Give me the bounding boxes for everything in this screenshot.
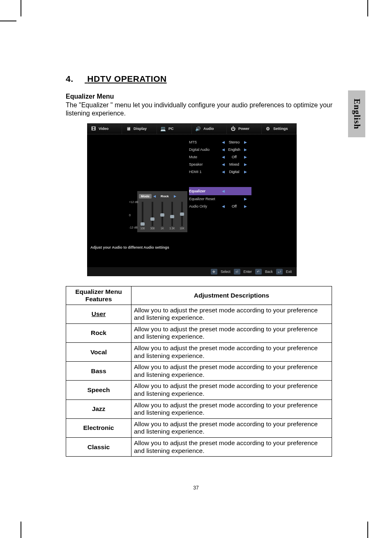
arrow-right-icon[interactable]: ▶ [243,204,247,208]
osd-menu-item[interactable]: Mute◀Off▶ [189,153,288,161]
osd-menu-item[interactable]: Digital Audio◀English▶ [189,146,288,153]
arrow-left-icon[interactable]: ◀ [221,170,225,174]
arrow-left-icon[interactable]: ◀ [221,162,225,166]
arrow-right-icon[interactable]: ▶ [243,170,247,174]
arrow-right-icon[interactable]: ▶ [243,155,247,159]
slider-thumb[interactable] [160,213,164,217]
osd-menu-label: HDMI 1 [189,170,221,174]
display-icon: 🖥 [125,125,132,132]
osd-menu-value: Stereo [225,140,243,144]
crop-mark [21,522,21,538]
eq-freq-label: 10K [180,227,184,230]
osd-tab-video[interactable]: 🎞Video [87,123,122,134]
table-row: SpeechAllow you to adjust the preset mod… [66,381,332,399]
feature-description: Allow you to adjust the preset mode acco… [131,381,332,399]
arrow-left-icon[interactable]: ◀ [221,148,225,152]
nav-enter: Enter [244,270,252,274]
osd-menu-item[interactable]: MTS◀Stereo▶ [189,139,288,146]
osd-nav-bar: ✥ Select ⏎ Enter ↶ Back ⮐ Exit [87,267,297,276]
arrow-left-icon[interactable]: ◀ [221,155,225,159]
arrow-right-icon[interactable]: ▶ [243,148,247,152]
osd-tab-settings[interactable]: ⚙Settings [262,123,297,134]
osd-menu-label: Digital Audio [189,148,221,152]
arrow-left-icon[interactable]: ◀ [221,204,225,208]
eq-mode-value: Rock [157,194,172,198]
feature-description: Allow you to adjust the preset mode acco… [131,343,332,362]
feature-name: Classic [66,437,131,456]
feature-name: Jazz [66,399,131,418]
slider-thumb[interactable] [150,217,154,221]
eq-mode-row[interactable]: Mode ◀ Rock ▶ [139,193,186,199]
feature-description: Allow you to adjust the preset mode acco… [131,418,332,437]
eq-slider[interactable]: 300 [150,201,155,230]
language-label: English [352,99,362,129]
nav-select: Select [221,270,231,274]
eq-axis-mid: 0 [129,214,131,217]
feature-name: User [66,305,131,323]
crop-mark [21,0,21,16]
slider-track [161,202,163,226]
osd-hint: Adjust your Audio to different Audio set… [90,245,169,249]
eq-axis-top: +12 dB [129,201,138,203]
intro-text: The "Equalizer " menu let you individual… [66,101,333,118]
osd-tab-audio[interactable]: 🔊Audio [192,123,227,134]
osd-menu-item[interactable]: Audio Only◀Off▶ [189,203,288,210]
table-row: ClassicAllow you to adjust the preset mo… [66,437,332,456]
table-row: RockAllow you to adjust the preset mode … [66,323,332,342]
eq-slider[interactable]: 1K [159,201,165,230]
osd-menu: MTS◀Stereo▶Digital Audio◀English▶Mute◀Of… [189,139,288,210]
eq-freq-label: 300 [150,227,155,230]
crop-mark [0,21,16,21]
arrow-left-icon[interactable]: ◀ [153,194,156,198]
table-row: VocalAllow you to adjust the preset mode… [66,343,332,362]
audio-icon: 🔊 [194,125,202,132]
table-row: ElectronicAllow you to adjust the preset… [66,418,332,437]
feature-description: Allow you to adjust the preset mode acco… [131,399,332,418]
osd-menu-label: Speaker [189,162,221,166]
feature-name: Rock [66,323,131,342]
eq-freq-label: 1K [161,227,164,230]
nav-exit: Exit [286,270,292,274]
section-heading: HDTV OPERATION [87,74,166,83]
crop-mark [367,522,368,538]
crop-mark [367,0,368,16]
eq-slider[interactable]: 10K [179,201,185,230]
osd-menu-label: Mute [189,155,221,159]
eq-slider[interactable]: 3.3K [169,201,175,230]
power-icon: ⏻ [229,125,237,132]
arrow-left-icon[interactable]: ◀ [221,189,225,193]
slider-track [171,202,173,226]
slider-thumb[interactable] [180,212,184,216]
feature-description: Allow you to adjust the preset mode acco… [131,362,332,381]
osd-tab-bar: 🎞Video 🖥Display 💻PC 🔊Audio ⏻Power ⚙Setti… [87,123,297,134]
osd-menu-item[interactable]: Equalizer Reset▶ [189,195,288,203]
osd-tab-label: Power [238,127,249,131]
content-area: 4. HDTV OPERATION Equalizer Menu The "Eq… [66,74,333,457]
arrow-left-icon[interactable]: ◀ [221,140,225,144]
osd-menu-label: Equalizer [189,189,221,193]
feature-name: Vocal [66,343,131,362]
eq-freq-label: 3.3K [169,227,175,230]
osd-menu-item[interactable]: HDMI 1◀Digital▶ [189,168,288,175]
eq-slider[interactable]: 100 [140,201,145,230]
arrow-right-icon[interactable]: ▶ [174,194,176,198]
arrow-right-icon[interactable]: ▶ [243,140,247,144]
slider-thumb[interactable] [170,215,174,218]
subheading: Equalizer Menu [66,93,333,100]
slider-thumb[interactable] [141,222,145,226]
osd-tab-display[interactable]: 🖥Display [122,123,157,134]
osd-tab-power[interactable]: ⏻Power [227,123,262,134]
exit-key-icon: ⮐ [276,269,283,275]
feature-name: Speech [66,381,131,399]
table-row: JazzAllow you to adjust the preset mode … [66,399,332,418]
osd-menu-item[interactable]: Speaker◀Mixed▶ [189,161,288,168]
slider-track [152,202,153,226]
osd-tab-pc[interactable]: 💻PC [157,123,192,134]
osd-menu-item[interactable]: Equalizer◀ [189,187,251,195]
language-tab: English [348,90,365,137]
arrow-right-icon[interactable]: ▶ [243,197,247,201]
arrow-right-icon[interactable]: ▶ [243,162,247,166]
osd-menu-value: Off [225,155,243,159]
table-header-features: Equalizer Menu Features [66,286,131,305]
osd-menu-value: Mixed [225,162,243,166]
